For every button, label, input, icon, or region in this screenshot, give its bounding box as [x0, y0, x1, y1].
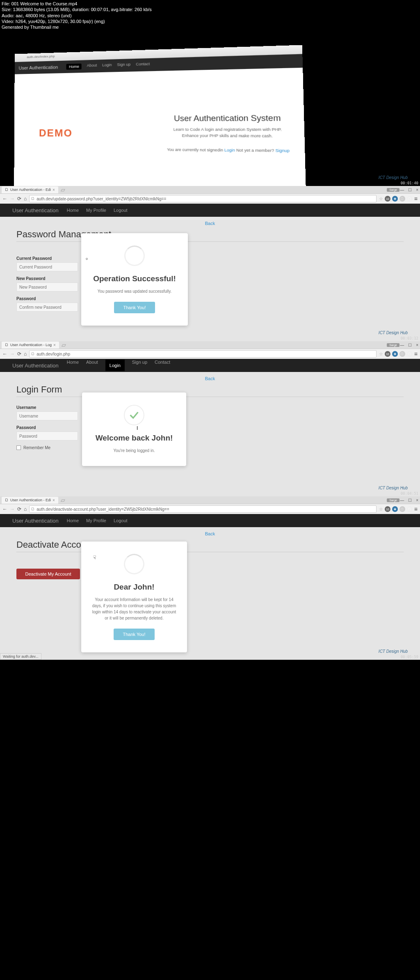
nav-signup[interactable]: Sign up	[117, 62, 130, 69]
nav-brand[interactable]: User Authentication	[12, 518, 59, 524]
close-icon[interactable]: ×	[52, 498, 55, 503]
close-window-icon[interactable]: ×	[416, 498, 418, 503]
signup-link[interactable]: Signup	[275, 149, 290, 154]
checkmark-icon	[124, 405, 144, 425]
watermark: ICT Design Hub	[379, 649, 408, 654]
deactivate-button[interactable]: Deactivate My Account	[16, 569, 80, 579]
nav-signup[interactable]: Sign up	[132, 360, 147, 371]
home-button[interactable]: ⌂	[24, 351, 27, 357]
nav-profile[interactable]: My Profile	[86, 518, 106, 523]
address-input[interactable]: 🗋 auth.dev/deactivate-account.php?user_i…	[29, 505, 377, 513]
watermark: ICT Design Hub	[379, 175, 408, 180]
sarge-badge: Sarge	[387, 498, 399, 502]
new-tab-button[interactable]: ▱	[62, 342, 66, 348]
nav-home[interactable]: Home	[66, 64, 82, 70]
spinner-icon	[124, 246, 145, 266]
url-bar: ← → ⟳ ⌂ 🗋 auth.dev/deactivate-account.ph…	[0, 504, 420, 514]
new-tab-button[interactable]: ▱	[61, 186, 65, 193]
nav-home[interactable]: Home	[67, 518, 79, 523]
thank-you-button[interactable]: Thank You!	[114, 629, 154, 640]
close-window-icon[interactable]: ×	[416, 188, 418, 192]
ext-icon[interactable]: 10	[385, 196, 390, 202]
frame-1: auth.dev/index.php User Authentication H…	[0, 31, 420, 186]
ext-icon[interactable]: ▢	[407, 506, 413, 512]
modal-title: Welcome back John!	[92, 434, 176, 443]
username-input[interactable]	[16, 411, 78, 420]
reload-button[interactable]: ⟳	[17, 196, 21, 202]
login-link[interactable]: Login	[224, 148, 235, 153]
menu-icon[interactable]: ≡	[414, 195, 418, 202]
bookmark-icon[interactable]: ☆	[379, 507, 383, 512]
back-link[interactable]: Back	[16, 376, 404, 381]
back-button[interactable]: ←	[2, 351, 7, 357]
current-password-input[interactable]	[16, 262, 78, 271]
minimize-icon[interactable]: —	[400, 498, 404, 503]
maximize-icon[interactable]: ☐	[408, 498, 412, 503]
ext-icon[interactable]: ▢	[399, 506, 405, 512]
nav-about[interactable]: About	[87, 63, 97, 69]
meta-video: Video: h264, yuv420p, 1280x720, 30.00 fp…	[2, 18, 418, 24]
nav-brand[interactable]: User Authentication	[12, 207, 59, 213]
nav-contact[interactable]: Contact	[155, 360, 170, 371]
bookmark-icon[interactable]: ☆	[379, 351, 383, 357]
watermark: ICT Design Hub	[379, 330, 408, 335]
menu-icon[interactable]: ≡	[414, 506, 418, 512]
ext-icon[interactable]: ▢	[407, 351, 413, 357]
page-icon: 🗋	[31, 352, 35, 356]
remember-checkbox[interactable]	[16, 445, 21, 450]
forward-button[interactable]: →	[10, 351, 15, 357]
back-button[interactable]: ←	[2, 506, 7, 512]
reload-button[interactable]: ⟳	[17, 506, 21, 512]
ext-icon[interactable]: 10	[385, 506, 390, 512]
home-button[interactable]: ⌂	[24, 196, 27, 202]
ext-icon[interactable]: ◉	[392, 506, 398, 512]
back-link[interactable]: Back	[16, 221, 404, 226]
ext-icon[interactable]: ▢	[407, 196, 413, 202]
address-input[interactable]: 🗋 auth.dev/update-password.php?user_iden…	[29, 195, 377, 202]
password-input[interactable]	[16, 431, 78, 441]
nav-home[interactable]: Home	[67, 360, 79, 371]
nav-home[interactable]: Home	[67, 208, 79, 213]
back-button[interactable]: ←	[2, 196, 7, 202]
close-window-icon[interactable]: ×	[416, 343, 418, 347]
nav-logout[interactable]: Logout	[114, 208, 128, 213]
minimize-icon[interactable]: —	[400, 188, 404, 192]
ext-icon[interactable]: ▢	[399, 196, 405, 202]
nav-logout[interactable]: Logout	[114, 518, 128, 523]
new-password-input[interactable]	[16, 282, 78, 291]
back-link[interactable]: Back	[16, 531, 404, 536]
ext-icon[interactable]: ▢	[399, 351, 405, 357]
nav-profile[interactable]: My Profile	[86, 208, 106, 213]
maximize-icon[interactable]: ☐	[408, 343, 412, 347]
nav-brand[interactable]: User Authentication	[19, 65, 58, 71]
forward-button[interactable]: →	[10, 506, 15, 512]
maximize-icon[interactable]: ☐	[408, 188, 412, 192]
close-icon[interactable]: ×	[53, 343, 56, 347]
bookmark-icon[interactable]: ☆	[379, 196, 383, 202]
nav-contact[interactable]: Contact	[136, 62, 150, 68]
nav-login[interactable]: Login	[102, 63, 112, 69]
thank-you-button[interactable]: Thank You!	[114, 302, 155, 313]
new-tab-button[interactable]: ▱	[61, 497, 65, 503]
ext-icon[interactable]: ◉	[392, 351, 398, 357]
address-input[interactable]: 🗋 auth.dev/login.php	[29, 350, 377, 358]
nav-about[interactable]: About	[86, 360, 98, 371]
ext-icon[interactable]: ◉	[392, 196, 398, 202]
home-button[interactable]: ⌂	[24, 506, 27, 512]
minimize-icon[interactable]: —	[400, 343, 404, 347]
close-icon[interactable]: ×	[52, 188, 55, 192]
page-icon: 🗋	[5, 498, 9, 502]
browser-tab[interactable]: 🗋 User Authentication - Edi ×	[2, 186, 58, 193]
demo-label: DEMO	[39, 127, 73, 186]
url-bar: ← → ⟳ ⌂ 🗋 auth.dev/login.php ☆ 10 ◉ ▢ ▢ …	[0, 349, 420, 359]
browser-tab[interactable]: 🗋 User Authentication - Log ×	[2, 342, 59, 349]
reload-button[interactable]: ⟳	[17, 351, 21, 357]
menu-icon[interactable]: ≡	[414, 351, 418, 357]
forward-button[interactable]: →	[10, 196, 15, 202]
browser-tab[interactable]: 🗋 User Authentication - Edi ×	[2, 497, 58, 504]
ext-icon[interactable]: 10	[385, 351, 390, 357]
confirm-password-input[interactable]	[16, 303, 78, 312]
nav-brand[interactable]: User Authentication	[12, 363, 59, 369]
nav-login[interactable]: Login	[105, 360, 125, 371]
meta-file: File: 001 Welcome to the Course.mp4	[2, 1, 418, 7]
